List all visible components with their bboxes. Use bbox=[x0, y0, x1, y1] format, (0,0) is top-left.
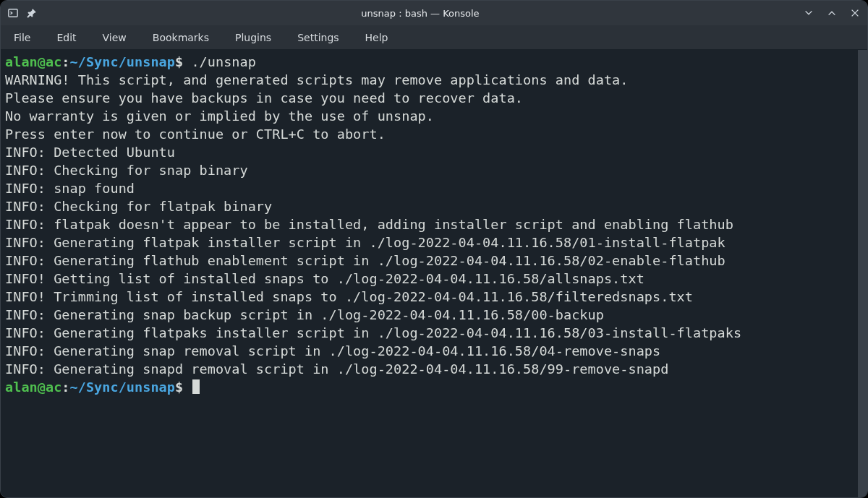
terminal-line: INFO: Checking for flatpak binary bbox=[5, 199, 272, 214]
terminal-line: INFO! Getting list of installed snaps to… bbox=[5, 271, 644, 286]
prompt-command: ./unsnap bbox=[191, 54, 256, 69]
menu-bookmarks[interactable]: Bookmarks bbox=[150, 29, 212, 46]
pin-icon[interactable] bbox=[27, 8, 37, 18]
terminal-line: INFO: Generating flathub enablement scri… bbox=[5, 253, 726, 268]
terminal-line: INFO: Generating snap removal script in … bbox=[5, 343, 660, 359]
menu-file[interactable]: File bbox=[11, 29, 33, 46]
terminal-cursor bbox=[192, 379, 200, 394]
minimize-icon[interactable] bbox=[804, 8, 814, 18]
terminal[interactable]: alan@ac:~/Sync/unsnap$ ./unsnap WARNING!… bbox=[1, 50, 857, 497]
prompt-sep: : bbox=[61, 54, 69, 69]
prompt-user: alan@ac bbox=[5, 54, 61, 69]
menubar: File Edit View Bookmarks Plugins Setting… bbox=[1, 25, 867, 50]
svg-rect-0 bbox=[9, 9, 17, 17]
terminal-wrap: alan@ac:~/Sync/unsnap$ ./unsnap WARNING!… bbox=[1, 50, 867, 497]
terminal-line: INFO: Checking for snap binary bbox=[5, 163, 248, 178]
menu-plugins[interactable]: Plugins bbox=[232, 29, 274, 46]
titlebar[interactable]: unsnap : bash — Konsole bbox=[1, 1, 867, 25]
terminal-line: Please ensure you have backups in case y… bbox=[5, 90, 523, 106]
scrollbar[interactable] bbox=[857, 50, 867, 497]
terminal-line: WARNING! This script, and generated scri… bbox=[5, 72, 628, 87]
prompt-user: alan@ac bbox=[5, 379, 61, 395]
terminal-line: Press enter now to continue or CTRL+C to… bbox=[5, 126, 386, 142]
menu-edit[interactable]: Edit bbox=[54, 29, 79, 46]
prompt-dollar: $ bbox=[175, 54, 183, 69]
prompt-path: ~/Sync/unsnap bbox=[70, 54, 175, 69]
prompt-sep: : bbox=[61, 379, 69, 395]
terminal-line: No warranty is given or implied by the u… bbox=[5, 108, 434, 124]
prompt-path: ~/Sync/unsnap bbox=[70, 379, 175, 395]
terminal-line: INFO: Generating flatpaks installer scri… bbox=[5, 325, 741, 340]
menu-view[interactable]: View bbox=[100, 29, 129, 46]
terminal-line: INFO: Generating flatpak installer scrip… bbox=[5, 235, 726, 250]
prompt-dollar: $ bbox=[175, 379, 183, 395]
maximize-icon[interactable] bbox=[827, 8, 837, 18]
terminal-line: INFO: snap found bbox=[5, 181, 135, 196]
menu-settings[interactable]: Settings bbox=[294, 29, 341, 46]
terminal-line: INFO: Generating snapd removal script in… bbox=[5, 361, 668, 377]
terminal-app-icon bbox=[8, 8, 18, 18]
menu-help[interactable]: Help bbox=[362, 29, 391, 46]
scrollbar-thumb[interactable] bbox=[858, 50, 867, 497]
terminal-line: INFO: Generating snap backup script in .… bbox=[5, 307, 604, 322]
close-icon[interactable] bbox=[850, 8, 860, 18]
terminal-line: INFO: flatpak doesn't appear to be insta… bbox=[5, 217, 733, 232]
terminal-line: INFO: Detected Ubuntu bbox=[5, 145, 175, 160]
terminal-line: INFO! Trimming list of installed snaps t… bbox=[5, 289, 693, 304]
window-title: unsnap : bash — Konsole bbox=[37, 8, 804, 19]
konsole-window: unsnap : bash — Konsole File Edit View bbox=[0, 0, 868, 498]
